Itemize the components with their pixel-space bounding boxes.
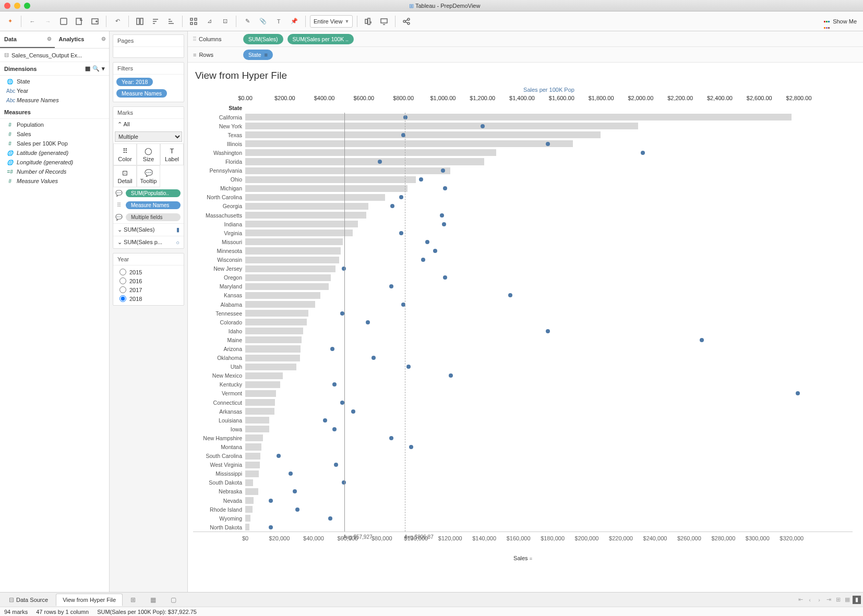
bar-mark[interactable] — [245, 123, 638, 129]
dot-mark[interactable] — [378, 160, 382, 164]
next-tab-icon[interactable]: › — [815, 596, 823, 604]
marks-type-select[interactable]: Multiple — [115, 131, 182, 142]
chart-row[interactable]: Ohio — [193, 175, 853, 184]
mark-pill-row[interactable]: 💬SUM(Populatio.. — [113, 187, 184, 199]
bar-mark[interactable] — [245, 292, 320, 299]
prev-tab-icon[interactable]: ‹ — [806, 596, 814, 604]
bar-mark[interactable] — [245, 185, 407, 192]
back-icon[interactable]: ← — [26, 15, 39, 28]
search-icon[interactable]: 🔍 — [92, 65, 100, 72]
chart-row[interactable]: Missouri — [193, 237, 853, 246]
bar-mark[interactable] — [245, 488, 258, 495]
bar-mark[interactable] — [245, 149, 496, 156]
chart-row[interactable]: South Carolina — [193, 452, 853, 461]
measure-field[interactable]: #Sales per 100K Pop — [0, 139, 109, 148]
bar-mark[interactable] — [245, 265, 335, 272]
bar-mark[interactable] — [245, 167, 450, 174]
measure-field[interactable]: 🌐Longitude (generated) — [0, 158, 109, 167]
measure-field[interactable]: #Measure Values — [0, 176, 109, 186]
bar-mark[interactable] — [245, 247, 341, 254]
shelf-pill[interactable]: SUM(Sales per 100K .. — [287, 34, 354, 44]
bar-mark[interactable] — [245, 283, 329, 290]
save-icon[interactable] — [57, 15, 70, 28]
chart-row[interactable]: Georgia — [193, 202, 853, 211]
dot-mark[interactable] — [399, 231, 403, 235]
bar-mark[interactable] — [245, 355, 300, 361]
bar-mark[interactable] — [245, 497, 254, 504]
tab-analytics[interactable]: Analytics⚙ — [55, 31, 110, 48]
shelf-pill[interactable]: State≡ — [243, 50, 273, 60]
bar-mark[interactable] — [245, 390, 276, 397]
chart-row[interactable]: Arkansas — [193, 407, 853, 416]
marks-tooltip-button[interactable]: 💬Tooltip — [137, 165, 160, 187]
radio-input[interactable] — [119, 295, 126, 302]
bar-mark[interactable] — [245, 158, 484, 165]
new-worksheet-icon[interactable] — [88, 15, 102, 28]
chart-row[interactable]: Pennsylvania — [193, 166, 853, 175]
dot-mark[interactable] — [277, 454, 281, 458]
dot-mark[interactable] — [449, 373, 453, 378]
bar-mark[interactable] — [245, 336, 302, 343]
year-option[interactable]: 2016 — [115, 276, 182, 285]
sort-asc-icon[interactable] — [149, 15, 162, 28]
pin-icon[interactable]: 📌 — [287, 15, 301, 28]
dot-mark[interactable] — [340, 401, 344, 405]
chart-row[interactable]: Utah — [193, 363, 853, 371]
cards-icon[interactable] — [362, 15, 375, 28]
maximize-icon[interactable] — [24, 3, 30, 9]
chart-row[interactable]: Virginia — [193, 228, 853, 237]
bar-mark[interactable] — [245, 381, 280, 388]
dot-mark[interactable] — [443, 186, 447, 190]
chart-row[interactable]: North Dakota — [193, 523, 853, 532]
chart-row[interactable]: Wisconsin — [193, 256, 853, 264]
tab-data[interactable]: Data⚙ — [0, 31, 55, 48]
bar-mark[interactable] — [245, 194, 385, 201]
dot-mark[interactable] — [442, 222, 446, 226]
dot-mark[interactable] — [323, 418, 327, 422]
chart-row[interactable]: Louisiana — [193, 416, 853, 425]
chart-row[interactable]: Arizona — [193, 344, 853, 353]
chart-row[interactable]: Oregon — [193, 273, 853, 282]
chart-row[interactable]: Connecticut — [193, 398, 853, 407]
filmstrip-icon[interactable]: ▦ — [843, 596, 852, 604]
bar-mark[interactable] — [245, 372, 283, 379]
dot-mark[interactable] — [421, 258, 425, 262]
dot-mark[interactable] — [334, 463, 338, 467]
dot-mark[interactable] — [425, 240, 429, 244]
share-icon[interactable] — [400, 15, 413, 28]
dot-mark[interactable] — [546, 329, 550, 333]
chart-row[interactable]: New Mexico — [193, 371, 853, 380]
gear-icon[interactable]: ⚙ — [47, 36, 52, 42]
chart-row[interactable]: Alabama — [193, 300, 853, 309]
marks-color-button[interactable]: ⠿Color — [113, 143, 137, 165]
bar-mark[interactable] — [245, 399, 275, 406]
menu-icon[interactable]: ▾ — [102, 65, 105, 72]
slideshow-icon[interactable]: ▮ — [853, 596, 861, 604]
measure-field[interactable]: =#Number of Records — [0, 167, 109, 176]
mark-pill-row[interactable]: 💬Multiple fields — [113, 211, 184, 223]
bar-mark[interactable] — [245, 230, 353, 236]
chart-row[interactable]: Kansas — [193, 291, 853, 300]
last-tab-icon[interactable]: ⇥ — [824, 596, 833, 604]
chart-row[interactable]: Vermont — [193, 389, 853, 398]
marks-detail-button[interactable]: ⊡Detail — [113, 165, 137, 187]
marks-all-toggle[interactable]: ⌃ All — [113, 119, 184, 130]
dot-mark[interactable] — [440, 213, 444, 218]
chart-row[interactable]: New Jersey — [193, 264, 853, 273]
chart-row[interactable]: Idaho — [193, 327, 853, 335]
bar-mark[interactable] — [245, 524, 249, 530]
dot-mark[interactable] — [289, 472, 293, 476]
shelf-pill[interactable]: SUM(Sales) — [243, 34, 283, 44]
measure-field[interactable]: 🌐Latitude (generated) — [0, 148, 109, 158]
bar-mark[interactable] — [245, 462, 260, 468]
dot-mark[interactable] — [390, 204, 394, 208]
year-option[interactable]: 2018 — [115, 294, 182, 303]
measure-field[interactable]: #Population — [0, 120, 109, 129]
chart-row[interactable]: California — [193, 113, 853, 122]
bar-mark[interactable] — [245, 470, 259, 477]
chart-row[interactable]: Illinois — [193, 139, 853, 148]
presentation-icon[interactable] — [377, 15, 391, 28]
bar-mark[interactable] — [245, 257, 339, 263]
chart-row[interactable]: Nevada — [193, 496, 853, 505]
dot-mark[interactable] — [508, 293, 512, 297]
